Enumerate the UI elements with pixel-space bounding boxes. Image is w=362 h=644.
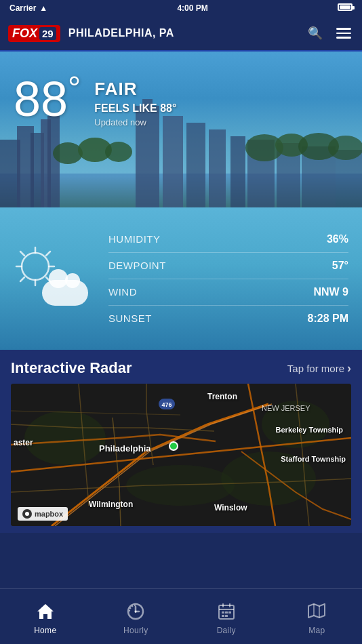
nav-item-daily[interactable]: Daily xyxy=(181,589,272,644)
svg-text:476: 476 xyxy=(161,401,172,408)
home-label: Home xyxy=(34,626,56,635)
wind-label: WIND xyxy=(108,286,137,298)
degree-symbol: ° xyxy=(68,70,81,106)
status-bar: Carrier ▲ 4:00 PM xyxy=(0,0,362,16)
berkeley-township-label: Berkeley Township xyxy=(276,426,343,434)
clock-icon xyxy=(127,603,144,623)
feels-like-temp: 88° xyxy=(160,102,176,114)
radar-title: Interactive Radar xyxy=(11,359,132,377)
hamburger-line-1 xyxy=(336,28,351,30)
radar-map[interactable]: 476 Philadelphia Trenton NEW JERSEY Berk… xyxy=(11,384,351,526)
dewpoint-label: DEWPOINT xyxy=(108,260,166,271)
cloud-shape xyxy=(42,280,88,306)
fox-text: FOX xyxy=(12,26,37,41)
sunset-value: 8:28 PM xyxy=(308,313,348,325)
wilmington-label: Wilmington xyxy=(89,500,133,509)
dewpoint-row: DEWPOINT 57° xyxy=(108,253,348,279)
humidity-label: HUMIDITY xyxy=(108,233,161,245)
nav-item-map[interactable]: Map xyxy=(272,589,363,644)
menu-button[interactable] xyxy=(334,25,354,41)
hamburger-line-2 xyxy=(336,33,351,35)
location-marker xyxy=(169,441,178,451)
updated-text: Updated now xyxy=(94,117,176,127)
feels-like: FEELS LIKE 88° xyxy=(94,102,176,115)
tap-for-more-label: Tap for more xyxy=(287,363,344,374)
humidity-row: HUMIDITY 36% xyxy=(108,226,348,253)
hero-weather-section: 88° FAIR FEELS LIKE 88° Updated now xyxy=(0,52,362,207)
radar-header: Interactive Radar Tap for more › xyxy=(11,359,351,377)
sunset-label: SUNSET xyxy=(108,313,152,324)
search-icon[interactable]: 🔍 xyxy=(308,26,323,41)
svg-rect-49 xyxy=(228,611,231,613)
sunset-row: SUNSET 8:28 PM xyxy=(108,306,348,331)
temperature-display: 88° xyxy=(14,72,81,123)
battery-icon xyxy=(338,3,353,13)
carrier-label: Carrier xyxy=(9,3,36,13)
trenton-label: Trenton xyxy=(207,392,237,401)
map-icon xyxy=(307,603,326,623)
chevron-right-icon: › xyxy=(347,361,351,376)
bottom-navigation: Home Hourly xyxy=(0,588,362,644)
calendar-icon xyxy=(218,603,235,623)
svg-rect-51 xyxy=(225,615,228,617)
wifi-icon: ▲ xyxy=(39,3,47,13)
condition-label: FAIR xyxy=(94,79,176,100)
aster-label: aster xyxy=(14,438,33,447)
stafford-township-label: Stafford Township xyxy=(281,455,346,463)
mapbox-logo xyxy=(22,509,32,519)
radar-section: Interactive Radar Tap for more › xyxy=(0,350,362,533)
hamburger-line-3 xyxy=(336,37,351,39)
wind-row: WIND NNW 9 xyxy=(108,279,348,306)
new-jersey-label: NEW JERSEY xyxy=(262,404,310,412)
dewpoint-value: 57° xyxy=(332,260,348,272)
sun-cloud-icon xyxy=(20,251,88,306)
home-icon xyxy=(36,603,55,623)
map-label: Map xyxy=(308,626,325,635)
svg-point-42 xyxy=(135,610,137,612)
radar-tap-button[interactable]: Tap for more › xyxy=(287,361,351,376)
svg-point-23 xyxy=(22,253,49,280)
svg-rect-50 xyxy=(222,615,224,617)
hero-overlay: 88° FAIR FEELS LIKE 88° Updated now xyxy=(0,52,362,207)
nav-item-hourly[interactable]: Hourly xyxy=(91,589,182,644)
svg-rect-48 xyxy=(225,611,228,613)
mapbox-badge: mapbox xyxy=(18,507,68,521)
fox-number: 29 xyxy=(39,27,56,40)
condition-block: FAIR FEELS LIKE 88° Updated now xyxy=(94,72,176,127)
fox-logo: FOX 29 xyxy=(8,25,60,42)
philadelphia-label: Philadelphia xyxy=(99,443,151,454)
status-left: Carrier ▲ xyxy=(9,3,47,13)
location-label: PHILADELPHIA, PA xyxy=(68,27,308,39)
daily-label: Daily xyxy=(217,626,236,635)
hourly-label: Hourly xyxy=(123,626,148,635)
nav-item-home[interactable]: Home xyxy=(0,589,91,644)
svg-point-33 xyxy=(24,411,106,465)
wind-value: NNW 9 xyxy=(313,286,348,298)
svg-rect-47 xyxy=(222,611,224,613)
weather-details-section: HUMIDITY 36% DEWPOINT 57° WIND NNW 9 SUN… xyxy=(0,207,362,350)
winslow-label: Winslow xyxy=(214,503,247,512)
svg-line-28 xyxy=(20,251,24,256)
svg-line-30 xyxy=(46,251,50,256)
svg-line-31 xyxy=(20,277,24,281)
weather-icon-area xyxy=(0,251,108,306)
location-dot xyxy=(169,441,178,451)
stats-area: HUMIDITY 36% DEWPOINT 57° WIND NNW 9 SUN… xyxy=(108,226,362,331)
time-display: 4:00 PM xyxy=(177,3,207,13)
mapbox-label: mapbox xyxy=(35,510,63,518)
humidity-value: 36% xyxy=(327,233,348,245)
feels-like-label: FEELS LIKE xyxy=(94,102,157,114)
temperature-value: 88 xyxy=(14,72,68,126)
app-header: FOX 29 PHILADELPHIA, PA 🔍 xyxy=(0,16,362,52)
